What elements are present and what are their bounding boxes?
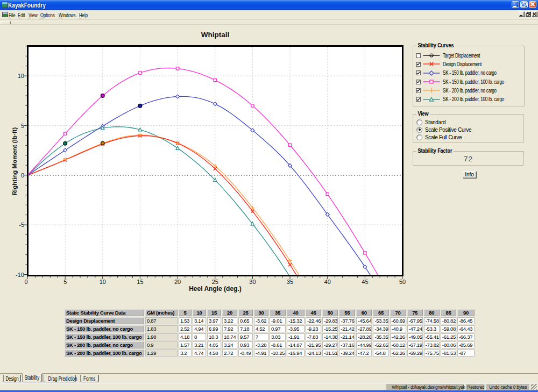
svg-text:0: 0 bbox=[21, 172, 24, 179]
svg-text:10: 10 bbox=[100, 279, 106, 285]
svg-text:5: 5 bbox=[63, 279, 67, 285]
svg-text:Whiptail: Whiptail bbox=[201, 31, 230, 39]
svg-text:15: 15 bbox=[137, 279, 143, 285]
svg-text:35: 35 bbox=[287, 279, 293, 285]
svg-text:5: 5 bbox=[21, 123, 24, 129]
svg-text:25: 25 bbox=[212, 279, 218, 285]
svg-text:20: 20 bbox=[174, 279, 181, 285]
svg-text:-10: -10 bbox=[16, 272, 24, 278]
svg-text:0: 0 bbox=[24, 279, 27, 285]
svg-text:30: 30 bbox=[249, 279, 256, 285]
svg-text:45: 45 bbox=[362, 279, 368, 285]
svg-text:40: 40 bbox=[324, 279, 331, 285]
svg-text:-5: -5 bbox=[19, 222, 24, 228]
svg-text:50: 50 bbox=[399, 279, 406, 285]
svg-text:Heel Angle (deg.): Heel Angle (deg.) bbox=[189, 285, 242, 293]
svg-text:10: 10 bbox=[18, 73, 24, 79]
svg-text:Righting Moment (lb·ft): Righting Moment (lb·ft) bbox=[11, 127, 18, 196]
